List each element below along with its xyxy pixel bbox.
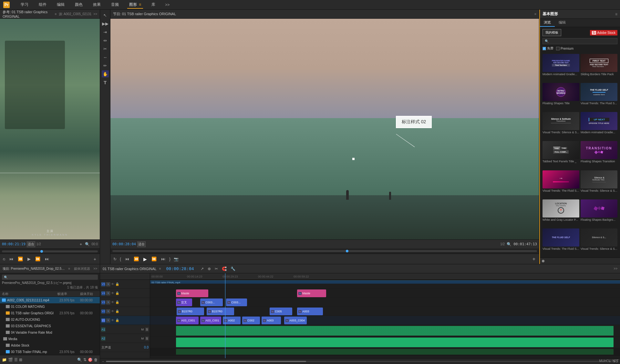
source-zoom-icon[interactable]: 🔍 — [84, 241, 91, 247]
v1-lock[interactable]: 🔒 — [115, 318, 119, 322]
template-card-0[interactable]: PRESENTER NAME ADD SECOND TEXT Third Tex… — [542, 54, 579, 82]
program-play-btn[interactable]: ▶ — [142, 256, 149, 263]
v2-lock[interactable]: 🔒 — [115, 309, 119, 313]
template-card-12[interactable]: THE FLUID SELF Visual Trends: The Fluid … — [542, 228, 579, 256]
v3-lock[interactable]: 🔒 — [115, 300, 119, 304]
templates-search-input[interactable] — [542, 38, 617, 44]
a2-solo[interactable]: S — [145, 337, 149, 340]
pen-tool[interactable]: ✏ — [102, 62, 109, 69]
premium-checkbox[interactable] — [556, 47, 560, 50]
template-card-2[interactable]: INTROWORDS Floating Shapes Title — [542, 83, 579, 111]
v1-clip-5[interactable]: fxA003_C004 — [284, 317, 307, 324]
menu-edit[interactable]: 编辑 — [55, 1, 67, 9]
project-item-7[interactable]: Adobe Stock — [0, 342, 100, 349]
template-card-7[interactable]: TRANSITION Floating Shapes Transition — [581, 141, 617, 169]
project-menu-icon[interactable]: ≡ — [68, 267, 70, 270]
tab-edit[interactable]: 编辑 — [555, 19, 570, 27]
tab-browse[interactable]: 浏览 — [540, 19, 555, 27]
v1-clip-0[interactable]: fxA03_C001 — [176, 317, 199, 324]
program-zoom-icon[interactable]: 🔍 — [506, 241, 512, 247]
source-add-clip-btn[interactable]: + — [92, 256, 98, 263]
timeline-zoom-out[interactable]: − — [102, 359, 104, 363]
ripple-edit-tool[interactable]: ⇥ — [102, 28, 109, 35]
media-browser-tab[interactable]: 媒体浏览器 — [74, 267, 90, 271]
source-timeline-strip[interactable] — [0, 248, 100, 254]
a1-toggle[interactable]: A1 — [101, 328, 105, 331]
program-loop-btn[interactable]: ↻ — [112, 256, 118, 262]
project-item-8[interactable]: 00 TSB Trailer FINAL.mp 23.976 fps 00:00… — [0, 349, 100, 355]
source-step-back-btn[interactable]: ⏪ — [16, 256, 25, 262]
source-step-fwd-btn[interactable]: ⏩ — [34, 256, 42, 262]
source-marker-icon[interactable]: ⌖ — [79, 241, 83, 247]
project-item-3[interactable]: 02 AUTO-DUCKING — [0, 316, 100, 323]
a1-mute[interactable]: M — [140, 328, 144, 331]
template-card-11[interactable]: Floating Shapes Backgro... — [581, 199, 617, 227]
source-more-icon[interactable]: >> — [93, 12, 97, 16]
timeline-more-icon[interactable]: >> — [614, 267, 617, 270]
selection-tool[interactable]: ↖ — [102, 12, 109, 19]
program-camera-btn[interactable]: 📷 — [173, 256, 180, 262]
timeline-wrench[interactable]: 🔧 — [229, 266, 237, 272]
template-card-1[interactable]: FIRST TEXT ADD SECOND TEXT Third Text He… — [581, 54, 617, 82]
razor-tool[interactable]: ✂ — [102, 45, 109, 52]
project-item-5[interactable]: 04 Variable Frame Rate Mod — [0, 329, 100, 336]
free-filter[interactable]: ✓ 免费 — [542, 46, 553, 51]
v3-clip-0[interactable]: fx交叉 — [176, 298, 192, 306]
v1-clip-4[interactable]: fxA003 — [262, 317, 281, 324]
v2-clip-3[interactable]: fxA003 — [297, 308, 323, 315]
v3-clip-2[interactable]: fxC003... — [226, 298, 247, 306]
template-card-6[interactable]: TAB1 TAB2 FULL COMP... Tabbed Text Panel… — [542, 141, 579, 169]
timeline-menu-icon[interactable]: ≡ — [159, 267, 161, 270]
project-item-1[interactable]: 01 COLOR MATCHING — [0, 303, 100, 310]
source-next-btn[interactable]: ⏭ — [43, 256, 51, 262]
v4-eye[interactable]: 👁 — [111, 291, 114, 295]
v3-sync[interactable]: S — [106, 300, 110, 304]
slip-tool[interactable]: ↔ — [102, 54, 109, 61]
v1-sync[interactable]: S — [106, 318, 110, 322]
project-item-6[interactable]: Media — [0, 336, 100, 342]
menu-learn[interactable]: 学习 — [19, 1, 30, 9]
template-card-5[interactable]: UP NEXT EPISODE TITLE HERE Modern Animat… — [581, 112, 617, 140]
a1-solo[interactable]: S — [145, 328, 149, 331]
new-item-btn[interactable]: 🎬 — [8, 358, 13, 362]
hand-tool[interactable]: ✋ — [102, 70, 109, 77]
v5-toggle[interactable]: V5 — [101, 282, 105, 286]
v2-sync[interactable]: S — [106, 309, 110, 313]
v2-eye[interactable]: 👁 — [111, 309, 114, 313]
v5-lock[interactable]: 🔒 — [115, 282, 119, 286]
project-item-0[interactable]: A002_C005_021311111.mp4 23.976 fps 00:00… — [0, 297, 100, 303]
rolling-edit-tool[interactable]: ⇔ — [102, 37, 109, 44]
program-out-btn[interactable]: } — [168, 256, 171, 262]
menu-color[interactable]: 颜色 — [73, 1, 85, 9]
source-menu-icon[interactable]: ≡ — [55, 12, 57, 16]
v5-eye[interactable]: 👁 — [111, 282, 114, 286]
menu-more[interactable]: >> — [164, 1, 171, 8]
v2-clip-0[interactable]: fxB157R0 — [177, 308, 204, 315]
premium-filter[interactable]: Premium — [556, 47, 574, 50]
a2-audio-clip[interactable] — [176, 338, 614, 347]
menu-library[interactable]: 库 — [150, 1, 157, 9]
program-step-back-btn[interactable]: ⏪ — [132, 256, 140, 262]
timeline-zoom-slider[interactable] — [106, 361, 606, 362]
sort-btn[interactable]: ⇅ — [83, 358, 87, 362]
source-fit-select[interactable]: 适合 — [27, 241, 35, 247]
template-card-10[interactable]: LOCATION City, Country 📍 White and Gray … — [542, 199, 579, 227]
auto-match-btn[interactable]: 🎯 — [88, 358, 93, 362]
icon-view-btn[interactable]: ⊞ — [19, 358, 22, 362]
program-menu-icon[interactable]: ≡ — [534, 12, 536, 16]
list-view-btn[interactable]: ☰ — [14, 358, 18, 362]
project-item-2[interactable]: 01 TSB railer Graphics ORIGI 23.976 fps … — [0, 310, 100, 316]
v1-toggle[interactable]: V1 — [101, 318, 105, 322]
timeline-magnet[interactable]: 🧲 — [221, 266, 228, 272]
template-card-13[interactable]: Silence & S... Visual Trends: Silence & … — [581, 228, 617, 256]
program-add-btn[interactable]: + — [531, 256, 537, 263]
program-prev-btn[interactable]: ⏮ — [123, 256, 131, 262]
a2-mute[interactable]: M — [140, 337, 144, 340]
v3-clip-1[interactable]: fxC003... — [200, 298, 223, 306]
template-card-9[interactable]: Silence & Solitude Title Visual Trends: … — [581, 170, 617, 198]
menu-assembly[interactable]: 组件 — [37, 1, 48, 9]
source-prev-btn[interactable]: ⏮ — [7, 256, 15, 262]
template-card-3[interactable]: THE FLUID SELF subtitle here Visual Tren… — [581, 83, 617, 111]
v2-clip-1[interactable]: fxB157R0 — [207, 308, 234, 315]
a1-audio-clip[interactable] — [176, 326, 614, 336]
